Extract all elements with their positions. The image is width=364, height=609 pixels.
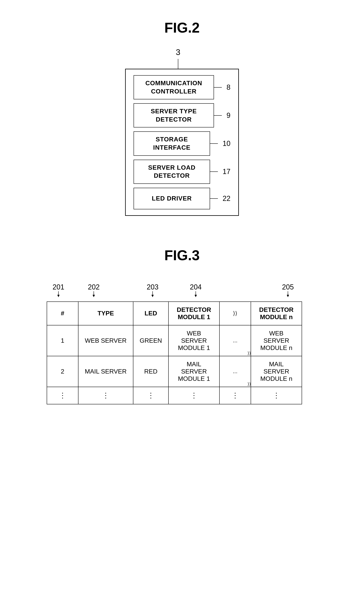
fig2-block-row-2: STORAGEINTERFACE 10 [134,131,230,155]
cell-row2-type: MAIL SERVER [78,356,133,387]
fig2-inner-box-0: COMMUNICATIONCONTROLLER [134,75,214,99]
fig2-inner-box-3: SERVER LOADDETECTOR [134,160,210,184]
cell-row2-detn: MAIL SERVERMODULE n [251,356,302,387]
fig3-ref-201: 201 [52,283,64,297]
fig3-ref-204: 204 [190,283,202,297]
col-header-led: LED [133,302,169,325]
fig3-ref-205-arrow [286,291,290,297]
table-header-row: # TYPE LED DETECTORMODULE 1 ⟩⟩ DETECTORM… [47,302,302,325]
fig3-section: FIG.3 201 202 203 [47,247,317,404]
fig3-diagram: 201 202 203 204 [47,283,317,404]
fig2-ref-num-4: 22 [223,194,230,203]
page-container: FIG.2 3 COMMUNICATIONCONTROLLER 8 [0,8,364,404]
fig2-entry-arrow [178,59,178,69]
cell-row1-hash: 1 [47,325,78,356]
fig3-ref-nums-row: 201 202 203 204 [47,283,317,301]
fig3-ref-203: 203 [147,283,158,297]
fig2-ref-dash-2 [210,143,218,144]
fig3-ref-203-arrow [151,291,155,297]
col-break-1: ⟩⟩ [220,302,251,325]
svg-marker-7 [195,295,197,297]
cell-vdots-hash: ⋮ [47,387,78,404]
fig3-ref-204-label: 204 [190,283,202,291]
fig3-ref-203-label: 203 [147,283,158,291]
fig2-ref-num-2: 10 [223,139,230,148]
fig2-ref-num-1: 9 [227,111,230,120]
svg-marker-1 [57,295,60,297]
fig2-block-label-0: COMMUNICATIONCONTROLLER [145,79,202,96]
fig2-outer-box: COMMUNICATIONCONTROLLER 8 SERVER TYPEDET… [125,69,239,216]
break-dots-1: ... [233,337,237,344]
cell-vdots-led: ⋮ [133,387,169,404]
fig2-block-row-1: SERVER TYPEDETECTOR 9 [134,103,230,127]
cell-row2-det1: MAIL SERVERMODULE 1 [169,356,220,387]
fig2-diagram: 3 COMMUNICATIONCONTROLLER 8 SERVER [125,48,239,216]
fig3-ref-205: 205 [282,283,294,297]
fig2-inner-box-1: SERVER TYPEDETECTOR [134,103,214,127]
fig2-ref-num-3: 17 [223,167,230,176]
table-row-2: 2 MAIL SERVER RED MAIL SERVERMODULE 1 ..… [47,356,302,387]
cell-row2-break: ... ⟩⟩ [220,356,251,387]
cell-row2-hash: 2 [47,356,78,387]
col-header-detn: DETECTORMODULE n [251,302,302,325]
fig3-ref-204-arrow [194,291,198,297]
cell-vdots-det1: ⋮ [169,387,220,404]
cell-row1-break: ... ⟩⟩ [220,325,251,356]
fig2-ref-dash-3 [210,171,218,172]
fig2-block-row-4: LED DRIVER 22 [134,188,230,209]
fig3-table: # TYPE LED DETECTORMODULE 1 ⟩⟩ DETECTORM… [47,302,302,404]
table-row-1: 1 WEB SERVER GREEN WEB SERVERMODULE 1 ..… [47,325,302,356]
fig3-ref-201-label: 201 [52,283,64,291]
fig2-block-label-2: STORAGEINTERFACE [153,135,190,152]
cell-row1-led: GREEN [133,325,169,356]
fig2-inner-box-2: STORAGEINTERFACE [134,131,210,155]
fig2-ref-line-0: 8 [214,83,230,92]
cell-vdots-break: ⋮ [220,387,251,404]
fig2-inner-box-4: LED DRIVER [134,188,210,209]
break-dots-2: ... [233,368,237,374]
fig2-top-ref: 3 [176,48,180,57]
svg-marker-3 [92,295,95,297]
fig2-title: FIG.2 [164,20,200,36]
fig3-ref-205-label: 205 [282,283,294,291]
fig2-ref-dash-0 [214,87,222,88]
col-header-det1: DETECTORMODULE 1 [169,302,220,325]
fig3-ref-202: 202 [88,283,100,297]
fig3-ref-202-arrow [92,291,96,297]
cell-vdots-type: ⋮ [78,387,133,404]
cell-row1-detn: WEB SERVERMODULE n [251,325,302,356]
table-row-vdots: ⋮ ⋮ ⋮ ⋮ ⋮ ⋮ [47,387,302,404]
svg-marker-5 [151,295,154,297]
fig2-section: FIG.2 3 COMMUNICATIONCONTROLLER 8 [125,20,239,216]
svg-marker-9 [287,295,289,297]
fig2-ref-num-0: 8 [227,83,230,92]
fig2-block-row-3: SERVER LOADDETECTOR 17 [134,160,230,184]
cell-row1-det1: WEB SERVERMODULE 1 [169,325,220,356]
fig2-ref-dash-1 [214,115,222,116]
fig2-ref-line-3: 17 [210,167,230,176]
fig2-ref-dash-4 [210,198,218,199]
cell-row1-type: WEB SERVER [78,325,133,356]
fig3-ref-202-label: 202 [88,283,100,291]
fig3-title: FIG.3 [164,247,200,263]
cell-vdots-detn: ⋮ [251,387,302,404]
fig2-block-label-3: SERVER LOADDETECTOR [148,164,195,180]
cell-row2-led: RED [133,356,169,387]
fig2-block-label-4: LED DRIVER [152,194,192,203]
col-header-hash: # [47,302,78,325]
fig2-ref-line-4: 22 [210,194,230,203]
fig2-ref-line-2: 10 [210,139,230,148]
col-header-type: TYPE [78,302,133,325]
fig2-block-row-0: COMMUNICATIONCONTROLLER 8 [134,75,230,99]
fig2-ref-line-1: 9 [214,111,230,120]
fig2-block-label-1: SERVER TYPEDETECTOR [151,107,197,124]
fig3-ref-201-arrow [56,291,60,297]
